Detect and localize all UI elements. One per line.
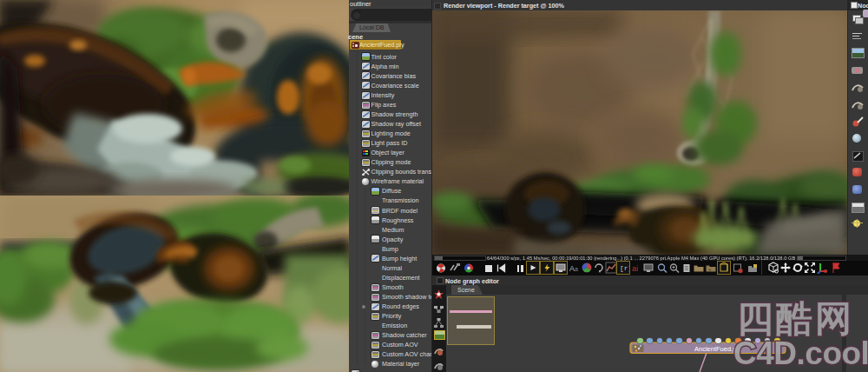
svg-text:[r]: [r] (620, 264, 629, 272)
svg-text:ai: ai (632, 264, 638, 273)
svg-text:+: + (708, 267, 712, 272)
svg-text:a: a (575, 266, 578, 272)
